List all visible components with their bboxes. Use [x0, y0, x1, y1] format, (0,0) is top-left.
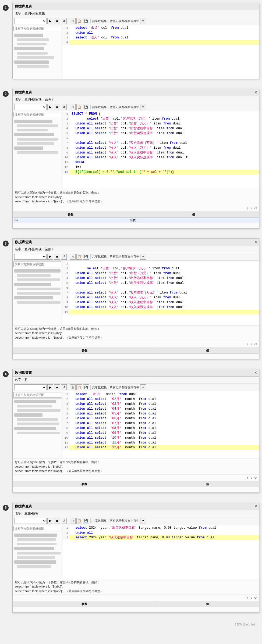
tree-item[interactable]	[13, 33, 61, 38]
tree-item[interactable]	[13, 46, 61, 51]
stop-btn[interactable]: ■	[54, 384, 60, 390]
code-area[interactable]: 1 select 2024 year,'出货达成率目标' target_name…	[62, 525, 259, 579]
code-area[interactable]: 1 SELECT * FROM ( 2 select '出货' col,'客户需…	[62, 111, 259, 189]
arrow-down-btn[interactable]: ↓	[250, 595, 253, 600]
search-input[interactable]	[13, 26, 61, 31]
tree-item[interactable]	[13, 128, 61, 133]
tree-item[interactable]	[13, 119, 61, 124]
search-input[interactable]	[13, 262, 61, 267]
tree-item[interactable]	[13, 142, 61, 146]
refresh-btn[interactable]: ↺	[61, 254, 67, 260]
tree-item[interactable]	[13, 542, 61, 546]
tree-item[interactable]	[13, 431, 61, 435]
tree-item[interactable]	[13, 409, 61, 413]
paste-btn[interactable]: 📋	[76, 384, 82, 390]
run-btn[interactable]: ▶	[47, 384, 53, 390]
datasource-select[interactable]	[14, 104, 47, 110]
tree-item[interactable]	[13, 413, 61, 418]
datasource-select[interactable]	[14, 384, 47, 390]
memory-dropdown[interactable]: ▾	[140, 384, 146, 390]
run-btn[interactable]: ▶	[47, 104, 53, 110]
tree-item[interactable]	[13, 133, 61, 137]
copy-btn[interactable]: ⎘	[70, 104, 76, 110]
copy-btn[interactable]: ⎘	[70, 384, 76, 390]
search-input[interactable]	[13, 112, 61, 117]
paste-btn[interactable]: 📋	[76, 254, 82, 260]
save-btn[interactable]: 💾	[83, 104, 89, 110]
code-area[interactable]: 1 select '出货' col from dual 2 union all …	[62, 25, 259, 79]
close-button[interactable]: ×	[255, 370, 257, 375]
tree-item[interactable]	[13, 546, 61, 551]
paste-btn[interactable]: 📋	[76, 18, 82, 24]
tree-item[interactable]	[13, 551, 61, 556]
reload-btn[interactable]: ↺	[254, 342, 257, 347]
code-area[interactable]: 1 2 select '出货' col,'客户需求（万元）' item from…	[62, 261, 259, 325]
tree-item[interactable]	[13, 269, 61, 274]
paste-btn[interactable]: 📋	[76, 104, 82, 110]
tree-item[interactable]	[13, 56, 61, 60]
stop-btn[interactable]: ■	[54, 104, 60, 110]
tree-item[interactable]	[13, 404, 61, 409]
tree-item[interactable]	[13, 556, 61, 560]
tree-item[interactable]	[13, 146, 61, 151]
tree-item[interactable]	[13, 565, 61, 569]
tree-item[interactable]	[13, 426, 61, 431]
arrow-up-btn[interactable]: ↑	[246, 342, 249, 347]
save-btn[interactable]: 💾	[83, 518, 89, 524]
datasource-select[interactable]	[14, 518, 47, 524]
tree-item[interactable]	[13, 42, 61, 46]
tree-item[interactable]	[13, 124, 61, 128]
tree-item[interactable]	[13, 287, 61, 291]
memory-dropdown[interactable]: ▾	[140, 104, 146, 110]
tree-item[interactable]	[13, 282, 61, 287]
tree-item[interactable]	[13, 65, 61, 69]
arrow-down-btn[interactable]: ↓	[250, 475, 253, 480]
tree-item[interactable]	[13, 60, 61, 65]
arrow-up-btn[interactable]: ↑	[246, 595, 249, 600]
reload-btn[interactable]: ↺	[254, 206, 257, 211]
save-btn[interactable]: 💾	[83, 384, 89, 390]
memory-dropdown[interactable]: ▾	[140, 254, 146, 260]
arrow-up-btn[interactable]: ↑	[246, 206, 249, 211]
memory-dropdown[interactable]: ▾	[140, 18, 146, 24]
refresh-btn[interactable]: ↺	[61, 104, 67, 110]
search-input[interactable]	[13, 526, 61, 531]
copy-btn[interactable]: ⎘	[70, 254, 76, 260]
copy-btn[interactable]: ⎘	[70, 18, 76, 24]
stop-btn[interactable]: ■	[54, 518, 60, 524]
tree-item[interactable]	[13, 538, 61, 542]
tree-item[interactable]	[13, 278, 61, 282]
tree-item[interactable]	[13, 38, 61, 42]
tree-item[interactable]	[13, 291, 61, 296]
run-btn[interactable]: ▶	[47, 254, 53, 260]
arrow-down-btn[interactable]: ↓	[250, 342, 253, 347]
datasource-select[interactable]	[14, 254, 47, 260]
stop-btn[interactable]: ■	[54, 254, 60, 260]
run-btn[interactable]: ▶	[47, 518, 53, 524]
arrow-down-btn[interactable]: ↓	[250, 206, 253, 211]
save-btn[interactable]: 💾	[83, 254, 89, 260]
close-button[interactable]: ×	[255, 90, 257, 94]
tree-item[interactable]	[13, 533, 61, 538]
search-input[interactable]	[13, 392, 61, 398]
refresh-btn[interactable]: ↺	[61, 18, 67, 24]
close-button[interactable]: ×	[255, 240, 257, 244]
copy-btn[interactable]: ⎘	[70, 518, 76, 524]
refresh-btn[interactable]: ↺	[61, 384, 67, 390]
datasource-select[interactable]	[14, 18, 47, 24]
tree-item[interactable]	[13, 399, 61, 404]
arrow-up-btn[interactable]: ↑	[246, 475, 249, 480]
tree-item[interactable]	[13, 137, 61, 142]
memory-dropdown[interactable]: ▾	[140, 518, 146, 524]
tree-item[interactable]	[13, 418, 61, 422]
tree-item[interactable]	[13, 274, 61, 278]
tree-item[interactable]	[13, 296, 61, 300]
tree-item[interactable]	[13, 422, 61, 426]
tree-item[interactable]	[13, 560, 61, 565]
save-btn[interactable]: 💾	[83, 18, 89, 24]
code-area[interactable]: 1 select '01月' month from dual 2 union a…	[62, 391, 259, 459]
paste-btn[interactable]: 📋	[76, 518, 82, 524]
tree-item[interactable]	[13, 151, 61, 155]
stop-btn[interactable]: ■	[54, 18, 60, 24]
reload-btn[interactable]: ↺	[254, 475, 257, 480]
